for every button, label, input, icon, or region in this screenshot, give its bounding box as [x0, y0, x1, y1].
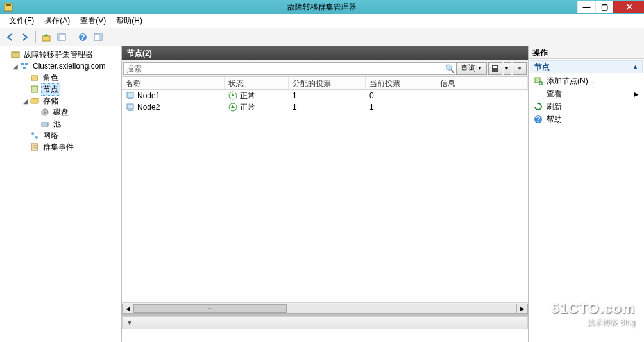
menu-view[interactable]: 查看(V) — [75, 14, 111, 28]
menu-help[interactable]: 帮助(H) — [111, 14, 148, 28]
window-title: 故障转移群集管理器 — [287, 2, 357, 13]
svg-rect-25 — [493, 66, 497, 68]
expander-icon[interactable]: ◢ — [12, 63, 19, 70]
menu-bar: 文件(F) 操作(A) 查看(V) 帮助(H) — [0, 14, 644, 28]
actions-pane: 操作 节点 ▲ 添加节点(N)... 查看 ▶ 刷新 ? 帮助 — [529, 46, 644, 342]
collapse-icon[interactable]: ▲ — [632, 64, 638, 70]
toolbar: ? — [0, 28, 644, 46]
query-button[interactable]: 查询▼ — [456, 62, 487, 75]
status-text: 正常 — [240, 102, 255, 113]
col-assigned-vote[interactable]: 分配的投票 — [289, 77, 366, 89]
up-level-button[interactable] — [39, 30, 53, 44]
events-icon — [30, 142, 40, 152]
tree-storage[interactable]: ◢ 存储 — [0, 95, 121, 107]
svg-rect-8 — [99, 34, 102, 40]
col-current-vote[interactable]: 当前投票 — [366, 77, 436, 89]
assigned-vote: 1 — [289, 103, 366, 112]
center-pane: 节点(2) 🔍 查询▼ ▼ 名称 状态 分配的投票 当前投票 信息 Node1正… — [122, 46, 529, 342]
tree-events[interactable]: 群集事件 — [0, 141, 121, 153]
action-view[interactable]: 查看 ▶ — [530, 87, 643, 100]
expander-icon[interactable]: ◢ — [22, 98, 30, 105]
navigation-tree[interactable]: 故障转移群集管理器 ◢ Cluster.sxleilong.com 角色 节点 … — [0, 46, 122, 342]
action-help[interactable]: ? 帮助 — [530, 113, 643, 126]
svg-rect-27 — [128, 98, 133, 99]
node-name: Node1 — [137, 91, 160, 100]
svg-rect-10 — [21, 63, 24, 65]
save-query-button[interactable] — [488, 62, 502, 75]
col-name[interactable]: 名称 — [122, 77, 225, 89]
search-row: 🔍 查询▼ ▼ — [122, 60, 528, 77]
search-input[interactable] — [123, 62, 457, 75]
svg-rect-9 — [12, 52, 19, 58]
list-header: 名称 状态 分配的投票 当前投票 信息 — [122, 77, 528, 90]
roles-icon — [30, 73, 40, 83]
cluster-manager-icon — [10, 49, 21, 60]
add-node-icon — [534, 76, 543, 85]
help-button[interactable]: ? — [76, 30, 90, 44]
cluster-icon — [19, 61, 30, 71]
svg-rect-21 — [31, 144, 38, 150]
nav-back-button[interactable] — [3, 30, 17, 44]
scroll-track[interactable]: ≡ — [133, 304, 516, 314]
close-button[interactable]: ✕ — [613, 1, 644, 13]
svg-rect-30 — [128, 110, 133, 111]
action-add-node[interactable]: 添加节点(N)... — [530, 74, 643, 87]
toolbar-separator — [72, 31, 72, 43]
current-vote: 1 — [366, 103, 436, 112]
actions-title: 操作 — [529, 46, 644, 59]
svg-rect-4 — [58, 34, 60, 40]
show-hide-actions-button[interactable] — [91, 30, 105, 44]
status-up-icon — [228, 103, 237, 112]
tree-cluster[interactable]: ◢ Cluster.sxleilong.com — [0, 60, 121, 72]
svg-text:?: ? — [536, 115, 540, 124]
tree-roles[interactable]: 角色 — [0, 72, 121, 83]
detail-expander[interactable]: ▾ — [122, 316, 528, 329]
minimize-button[interactable]: — — [577, 1, 595, 13]
tree-disks[interactable]: 磁盘 — [0, 107, 121, 118]
nodes-icon — [30, 84, 40, 94]
table-row[interactable]: Node1正常10 — [122, 90, 528, 101]
title-bar: 故障转移群集管理器 — ▢ ✕ — [0, 0, 644, 14]
svg-rect-29 — [127, 104, 133, 109]
nav-forward-button[interactable] — [18, 30, 32, 44]
action-refresh[interactable]: 刷新 — [530, 100, 643, 113]
tree-root[interactable]: 故障转移群集管理器 — [0, 49, 121, 60]
col-status[interactable]: 状态 — [225, 77, 289, 89]
help-icon: ? — [534, 115, 543, 124]
toolbar-separator — [35, 31, 36, 43]
menu-file[interactable]: 文件(F) — [4, 14, 39, 28]
folder-icon — [30, 96, 40, 106]
refresh-icon — [534, 102, 543, 111]
search-icon[interactable]: 🔍 — [445, 64, 455, 73]
expand-options-button[interactable] — [513, 62, 527, 75]
tree-nodes[interactable]: 节点 — [0, 83, 121, 95]
svg-text:?: ? — [80, 33, 85, 42]
svg-rect-13 — [31, 76, 38, 80]
horizontal-scrollbar[interactable]: ◀ ≡ ▶ — [122, 302, 528, 314]
svg-rect-11 — [25, 63, 28, 65]
node-name: Node2 — [137, 103, 160, 112]
col-info[interactable]: 信息 — [436, 77, 528, 89]
scroll-right-button[interactable]: ▶ — [516, 304, 528, 314]
svg-rect-1 — [6, 4, 11, 6]
show-hide-tree-button[interactable] — [55, 30, 69, 44]
tree-networks[interactable]: 网络 — [0, 130, 121, 141]
app-icon — [4, 3, 13, 12]
maximize-button[interactable]: ▢ — [595, 1, 613, 13]
list-body[interactable]: Node1正常10Node2正常11 — [122, 90, 528, 302]
node-icon — [126, 103, 135, 112]
status-text: 正常 — [240, 90, 255, 101]
tree-pools[interactable]: 池 — [0, 118, 121, 130]
menu-action[interactable]: 操作(A) — [39, 14, 75, 28]
table-row[interactable]: Node2正常11 — [122, 101, 528, 113]
node-icon — [126, 91, 135, 100]
svg-rect-17 — [42, 123, 48, 126]
save-query-dropdown[interactable]: ▼ — [504, 62, 511, 75]
actions-section-head[interactable]: 节点 ▲ — [530, 60, 643, 73]
svg-point-16 — [44, 112, 46, 114]
svg-rect-32 — [535, 78, 540, 83]
scroll-thumb[interactable]: ≡ — [133, 304, 287, 313]
node-list: 名称 状态 分配的投票 当前投票 信息 Node1正常10Node2正常11 ◀… — [122, 77, 528, 314]
scroll-left-button[interactable]: ◀ — [122, 304, 133, 314]
network-icon — [30, 130, 40, 141]
